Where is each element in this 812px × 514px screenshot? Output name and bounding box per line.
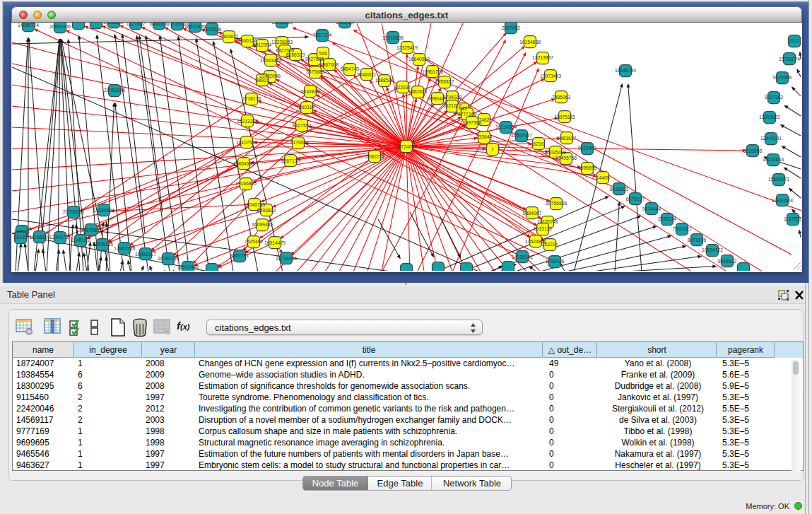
svg-text:15046755: 15046755: [244, 202, 265, 207]
svg-text:417004: 417004: [290, 140, 307, 145]
svg-text:3875685: 3875685: [306, 69, 325, 74]
svg-text:9242848: 9242848: [301, 89, 320, 94]
svg-text:9777169: 9777169: [458, 112, 477, 117]
svg-text:7357224: 7357224: [313, 33, 332, 37]
svg-text:16107554: 16107554: [236, 140, 257, 145]
svg-text:8471676: 8471676: [688, 238, 707, 243]
svg-text:16099485: 16099485: [252, 222, 273, 227]
svg-text:1145193: 1145193: [71, 238, 90, 243]
svg-text:98901: 98901: [256, 78, 269, 83]
svg-text:1588520: 1588520: [375, 78, 394, 83]
svg-text:17957253: 17957253: [114, 246, 135, 251]
svg-text:8454749: 8454749: [341, 66, 360, 71]
svg-text:13226053: 13226053: [271, 40, 293, 45]
svg-text:7625402: 7625402: [245, 239, 264, 244]
svg-text:5493822: 5493822: [257, 208, 276, 213]
svg-text:12923448: 12923448: [177, 264, 199, 269]
svg-text:13716485: 13716485: [276, 256, 297, 261]
svg-text:9245612: 9245612: [718, 259, 737, 264]
svg-text:19218506: 19218506: [382, 35, 404, 40]
svg-text:19166825: 19166825: [235, 181, 257, 186]
svg-text:9884067: 9884067: [523, 211, 542, 216]
svg-text:16640910: 16640910: [408, 57, 430, 62]
svg-text:546: 546: [319, 51, 327, 56]
svg-text:39139: 39139: [14, 235, 28, 240]
svg-text:12213967: 12213967: [532, 55, 553, 60]
svg-text:1615132: 1615132: [534, 226, 553, 231]
svg-text:20756928: 20756928: [546, 201, 567, 206]
svg-text:7: 7: [491, 147, 494, 152]
svg-text:9227342: 9227342: [765, 95, 784, 100]
svg-text:3267130: 3267130: [281, 158, 300, 163]
svg-text:12342757: 12342757: [49, 235, 71, 240]
svg-text:17810504: 17810504: [772, 198, 793, 203]
svg-text:6216: 6216: [533, 141, 543, 146]
svg-text:9699695: 9699695: [578, 165, 597, 170]
svg-text:12213319: 12213319: [237, 119, 258, 124]
svg-text:13495756: 13495756: [555, 156, 577, 160]
svg-text:8427552: 8427552: [293, 123, 312, 128]
svg-text:10973493: 10973493: [540, 74, 561, 78]
svg-text:2867608: 2867608: [320, 62, 339, 67]
svg-text:16210643: 16210643: [763, 157, 784, 162]
svg-text:9646821: 9646821: [358, 72, 377, 77]
svg-text:16648784: 16648784: [615, 68, 636, 73]
svg-text:1112: 1112: [789, 38, 799, 43]
svg-text:1167533: 1167533: [784, 216, 801, 221]
svg-text:17359924: 17359924: [93, 208, 114, 213]
svg-text:185081: 185081: [14, 229, 30, 234]
svg-text:20053346: 20053346: [104, 88, 125, 93]
svg-text:2935114: 2935114: [658, 216, 676, 221]
svg-text:20206556: 20206556: [63, 209, 84, 214]
svg-text:14120746: 14120746: [537, 219, 558, 224]
svg-text:16958127: 16958127: [135, 252, 156, 257]
svg-text:8912954: 8912954: [253, 42, 272, 47]
svg-text:9527505: 9527505: [305, 57, 324, 62]
svg-text:18724007: 18724007: [396, 144, 417, 149]
svg-text:16154838: 16154838: [519, 40, 541, 45]
svg-text:8186323: 8186323: [286, 52, 305, 57]
svg-text:15692971: 15692971: [768, 177, 789, 182]
svg-text:14055724: 14055724: [18, 23, 39, 28]
svg-text:7485063: 7485063: [552, 95, 571, 100]
svg-text:12093822: 12093822: [759, 115, 780, 119]
svg-text:15751074: 15751074: [779, 57, 800, 62]
svg-text:7632621: 7632621: [673, 226, 692, 231]
svg-text:260314: 260314: [299, 105, 315, 110]
svg-text:2718176: 2718176: [242, 96, 261, 101]
svg-text:7955812: 7955812: [435, 79, 454, 84]
svg-text:8938921: 8938921: [610, 187, 629, 192]
svg-text:10025488: 10025488: [545, 150, 566, 155]
svg-text:1362635: 1362635: [408, 89, 428, 94]
svg-text:12505135: 12505135: [92, 242, 113, 247]
svg-text:7663822: 7663822: [220, 34, 239, 39]
svg-text:7462: 7462: [478, 117, 489, 122]
svg-text:2087652: 2087652: [502, 25, 521, 30]
svg-text:16782759: 16782759: [158, 256, 179, 261]
svg-text:2590275: 2590275: [365, 154, 384, 159]
svg-text:16961758: 16961758: [422, 69, 443, 74]
svg-text:6794028: 6794028: [443, 95, 462, 100]
svg-text:16543362: 16543362: [260, 58, 281, 63]
svg-text:1733426: 1733426: [546, 259, 565, 264]
svg-text:13975115: 13975115: [554, 115, 575, 119]
svg-text:14409: 14409: [596, 175, 610, 180]
svg-text:7515526: 7515526: [203, 27, 222, 32]
svg-text:945: 945: [459, 106, 467, 111]
svg-text:9129966: 9129966: [773, 75, 792, 80]
svg-text:9463627: 9463627: [558, 136, 577, 141]
svg-text:9115460: 9115460: [578, 146, 596, 151]
svg-text:8215958: 8215958: [743, 148, 763, 153]
svg-text:233644: 233644: [476, 134, 493, 139]
svg-text:20691406: 20691406: [49, 24, 71, 29]
svg-text:6679197: 6679197: [626, 197, 645, 201]
svg-text:252214: 252214: [542, 242, 558, 247]
svg-text:19654935: 19654935: [233, 161, 254, 166]
svg-text:16914479: 16914479: [264, 240, 286, 245]
svg-text:10507487: 10507487: [511, 133, 532, 138]
svg-text:11156829: 11156829: [29, 235, 49, 240]
svg-text:98975867: 98975867: [81, 228, 102, 233]
svg-text:10654122: 10654122: [702, 247, 723, 252]
svg-text:12444191: 12444191: [760, 136, 782, 141]
svg-text:18124554: 18124554: [495, 124, 517, 129]
